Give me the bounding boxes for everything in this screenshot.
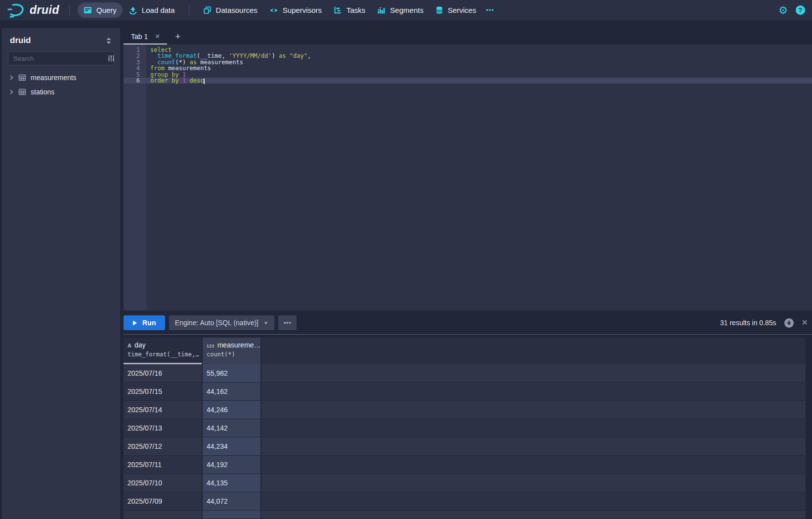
logo-wordmark: druid [30, 3, 61, 17]
druid-logo-icon [7, 3, 26, 18]
column-label: measureme… [217, 341, 260, 349]
druid-console: druid Query Load data [0, 0, 812, 519]
sql-token: , [307, 52, 311, 59]
search-filter-button[interactable] [105, 54, 119, 62]
results-divider [124, 334, 812, 335]
cell-measurements [203, 511, 261, 519]
stacked-squares-icon [203, 6, 212, 14]
cell-measurements[interactable]: 44,142 [203, 419, 261, 437]
tree-item-label: measurements [31, 74, 77, 82]
cell-day [124, 511, 203, 519]
table-icon [18, 88, 26, 96]
navbar-divider [69, 5, 70, 15]
cell-day[interactable]: 2025/07/14 [124, 401, 203, 419]
chevron-right-icon [9, 75, 14, 80]
engine-select-button[interactable]: Engine: Auto [SQL (native)] ▼ [169, 315, 274, 330]
line-number: 3 [124, 59, 146, 65]
nav-label: Query [96, 6, 117, 14]
cell-measurements[interactable]: 44,192 [203, 456, 261, 474]
nav-item-load-data[interactable]: Load data [123, 2, 181, 18]
tree-item-measurements[interactable]: measurements [2, 70, 120, 85]
cell-filler [261, 474, 806, 492]
sql-token [286, 52, 290, 59]
run-label: Run [142, 319, 156, 327]
nav-label: Services [448, 6, 476, 14]
settings-button[interactable]: ⚙ [778, 5, 788, 15]
cell-day[interactable]: 2025/07/16 [124, 364, 203, 382]
tree-item-label: stations [31, 88, 54, 96]
nav-item-services[interactable]: Services [429, 2, 482, 18]
more-icon: ••• [284, 319, 292, 326]
line-number: 4 [124, 65, 146, 71]
sql-token: "day" [290, 52, 307, 59]
chevron-right-icon [9, 89, 14, 94]
table-row: 2025/07/1244,234 [124, 437, 806, 456]
add-tab-button[interactable]: + [167, 28, 188, 44]
column-expression: time_format(__time,… [128, 351, 202, 358]
cell-filler [261, 456, 806, 474]
sql-editor[interactable]: 123456 select time_format(__time, 'YYYY/… [124, 44, 812, 310]
upload-icon [128, 6, 137, 15]
sidebar-search [8, 51, 114, 65]
column-header-day[interactable]: A day time_format(__time,… [124, 338, 203, 364]
engine-label: Engine: Auto [SQL (native)] [175, 319, 258, 327]
run-button[interactable]: Run [124, 315, 165, 330]
number-type-icon: 123 [207, 344, 214, 348]
cell-day[interactable]: 2025/07/13 [124, 419, 203, 437]
cell-measurements[interactable]: 44,246 [203, 401, 261, 419]
nav-item-segments[interactable]: Segments [371, 2, 429, 18]
nav-item-datasources[interactable]: Datasources [197, 2, 263, 18]
download-results-button[interactable] [784, 318, 794, 328]
cell-measurements[interactable]: 44,162 [203, 383, 261, 400]
header-filler [261, 338, 806, 364]
run-bar: Run Engine: Auto [SQL (native)] ▼ ••• 31… [124, 314, 812, 331]
cell-day[interactable]: 2025/07/09 [124, 492, 203, 510]
cell-filler [261, 383, 806, 400]
cell-day[interactable]: 2025/07/11 [124, 456, 203, 474]
column-header-measurements[interactable]: 123 measureme… count(*) [203, 338, 261, 364]
cell-day[interactable]: 2025/07/10 [124, 474, 203, 492]
schema-title: druid [10, 36, 31, 45]
help-button[interactable]: ? [796, 5, 805, 15]
cell-measurements[interactable]: 44,234 [203, 437, 261, 455]
nav-item-query[interactable]: Query [78, 2, 123, 18]
nav-item-supervisors[interactable]: Supervisors [263, 2, 328, 18]
schema-selector-button[interactable] [105, 37, 112, 44]
code-line: order by 1 desc [146, 78, 812, 84]
nav-label: Datasources [216, 6, 257, 14]
download-icon [784, 318, 794, 328]
tab-1[interactable]: Tab 1 ✕ [124, 28, 167, 44]
nav-label: Segments [390, 6, 424, 14]
cell-day[interactable]: 2025/07/15 [124, 383, 203, 400]
gantt-icon [334, 6, 342, 14]
tree-item-stations[interactable]: stations [2, 85, 120, 99]
navbar-divider [189, 5, 189, 15]
line-number: 5 [124, 72, 146, 78]
more-icon: ••• [486, 6, 494, 14]
help-icon: ? [796, 5, 805, 15]
sql-token: ) [272, 52, 279, 59]
nav-more-button[interactable]: ••• [482, 3, 498, 17]
line-number: 2 [124, 53, 146, 59]
cell-filler [261, 419, 806, 437]
cell-measurements[interactable]: 44,072 [203, 492, 261, 510]
search-input[interactable] [8, 55, 105, 62]
sliders-icon [107, 54, 115, 62]
druid-logo[interactable]: druid [7, 3, 61, 18]
cell-day[interactable]: 2025/07/12 [124, 437, 203, 455]
tab-close-icon[interactable]: ✕ [155, 33, 160, 40]
table-row: 2025/07/1044,135 [124, 474, 806, 492]
code-line: from measurements [146, 65, 812, 71]
cell-measurements[interactable]: 44,135 [203, 474, 261, 492]
navbar: druid Query Load data [0, 0, 812, 20]
line-number: 1 [124, 47, 146, 53]
bar-chart-icon [377, 6, 385, 14]
query-more-button[interactable]: ••• [278, 315, 297, 330]
close-results-button[interactable]: ✕ [802, 319, 808, 327]
sql-token [179, 77, 182, 84]
nav-item-tasks[interactable]: Tasks [328, 2, 371, 18]
table-row: 2025/07/1344,142 [124, 419, 806, 437]
results-count: 31 results in 0.85s [720, 319, 776, 327]
cell-measurements[interactable]: 55,982 [203, 364, 261, 382]
table-row: 2025/07/1444,246 [124, 401, 806, 419]
